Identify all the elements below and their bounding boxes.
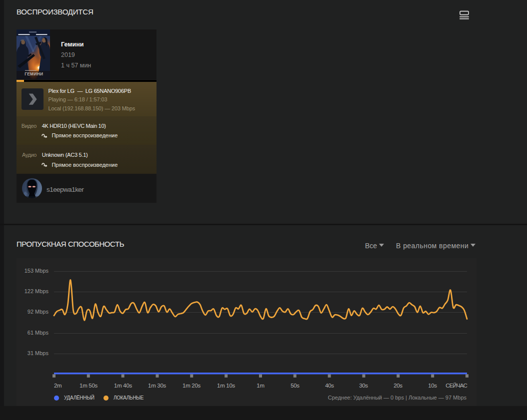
svg-text:ГЕМИНИ: ГЕМИНИ xyxy=(24,71,43,76)
